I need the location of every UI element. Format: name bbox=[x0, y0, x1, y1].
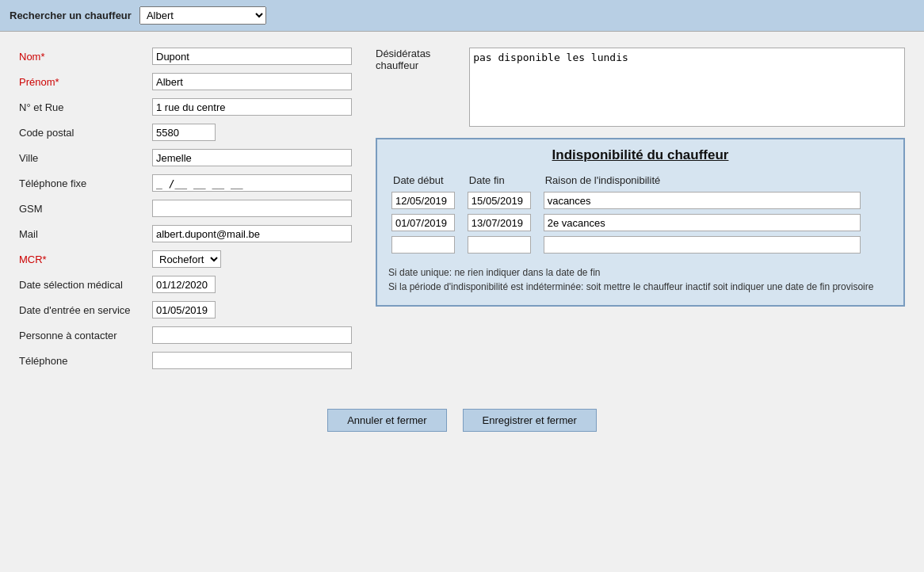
date-entree-input[interactable] bbox=[152, 301, 216, 318]
date-medical-label: Date sélection médical bbox=[19, 279, 146, 291]
nom-label: Nom* bbox=[19, 51, 146, 63]
note2: Si la période d'indisponibilité est indé… bbox=[388, 280, 892, 294]
indispo-title: Indisponibilité du chauffeur bbox=[388, 147, 892, 163]
date-medical-input[interactable] bbox=[152, 276, 216, 293]
personne-contact-label: Personne à contacter bbox=[19, 330, 146, 341]
indispo-box: Indisponibilité du chauffeur Date début … bbox=[376, 138, 905, 307]
prenom-row: Prénom* bbox=[19, 73, 352, 90]
ville-label: Ville bbox=[19, 152, 146, 164]
codepostal-row: Code postal bbox=[19, 124, 352, 141]
indispo-raison-input[interactable] bbox=[544, 192, 861, 209]
mail-input[interactable] bbox=[152, 225, 352, 242]
col-fin-header: Date fin bbox=[464, 171, 540, 189]
prenom-label: Prénom* bbox=[19, 76, 146, 88]
telephone-fixe-row: Téléphone fixe bbox=[19, 174, 352, 192]
indispo-table: Date début Date fin Raison de l'indispon… bbox=[388, 171, 892, 256]
ville-row: Ville bbox=[19, 149, 352, 166]
gsm-row: GSM bbox=[19, 200, 352, 217]
codepostal-label: Code postal bbox=[19, 127, 146, 139]
desideratas-section: Désidératas chauffeur bbox=[376, 48, 905, 127]
rue-input[interactable] bbox=[152, 98, 352, 116]
col-debut-header: Date début bbox=[388, 171, 464, 189]
mcr-row: MCR* RochefortAutre bbox=[19, 250, 352, 268]
ville-input[interactable] bbox=[152, 149, 352, 166]
indispo-raison-input[interactable] bbox=[544, 214, 861, 231]
table-row bbox=[388, 234, 892, 256]
personne-contact-row: Personne à contacter bbox=[19, 326, 352, 344]
date-entree-label: Date d'entrée en service bbox=[19, 304, 146, 316]
search-chauffeur-label: Rechercher un chauffeur bbox=[10, 10, 132, 21]
telephone-fixe-input[interactable] bbox=[152, 174, 352, 192]
desideratas-row: Désidératas chauffeur bbox=[376, 48, 905, 127]
annuler-button[interactable]: Annuler et fermer bbox=[327, 409, 446, 432]
note1: Si date unique: ne rien indiquer dans la… bbox=[388, 265, 892, 280]
table-row bbox=[388, 212, 892, 234]
nom-row: Nom* bbox=[19, 48, 352, 65]
top-search-bar: Rechercher un chauffeur Albert bbox=[0, 0, 924, 32]
telephone-label: Téléphone bbox=[19, 355, 146, 367]
telephone-input[interactable] bbox=[152, 352, 352, 369]
telephone-fixe-label: Téléphone fixe bbox=[19, 177, 146, 189]
prenom-input[interactable] bbox=[152, 73, 352, 90]
indispo-debut-input[interactable] bbox=[391, 214, 455, 231]
col-raison-header: Raison de l'indisponibilité bbox=[540, 171, 892, 189]
search-chauffeur-select[interactable]: Albert bbox=[139, 6, 266, 25]
left-panel: Nom* Prénom* N° et Rue Code postal Ville… bbox=[19, 48, 352, 377]
notes: Si date unique: ne rien indiquer dans la… bbox=[388, 265, 892, 294]
enregistrer-button[interactable]: Enregistrer et fermer bbox=[463, 409, 597, 432]
rue-label: N° et Rue bbox=[19, 101, 146, 113]
bottom-bar: Annuler et fermer Enregistrer et fermer bbox=[0, 393, 924, 448]
rue-row: N° et Rue bbox=[19, 98, 352, 116]
telephone-row: Téléphone bbox=[19, 352, 352, 369]
date-medical-row: Date sélection médical bbox=[19, 276, 352, 293]
nom-input[interactable] bbox=[152, 48, 352, 65]
indispo-fin-input[interactable] bbox=[468, 192, 531, 209]
indispo-fin-input[interactable] bbox=[468, 214, 531, 231]
mcr-label: MCR* bbox=[19, 254, 146, 265]
gsm-label: GSM bbox=[19, 203, 146, 215]
gsm-input[interactable] bbox=[152, 200, 352, 217]
table-row bbox=[388, 189, 892, 212]
indispo-debut-input[interactable] bbox=[391, 236, 455, 254]
date-entree-row: Date d'entrée en service bbox=[19, 301, 352, 318]
mail-row: Mail bbox=[19, 225, 352, 242]
desideratas-textarea[interactable] bbox=[469, 48, 905, 127]
indispo-debut-input[interactable] bbox=[391, 192, 455, 209]
mail-label: Mail bbox=[19, 228, 146, 240]
codepostal-input[interactable] bbox=[152, 124, 216, 141]
desideratas-label: Désidératas chauffeur bbox=[376, 48, 458, 71]
personne-contact-input[interactable] bbox=[152, 326, 352, 344]
right-panel: Désidératas chauffeur Indisponibilité du… bbox=[376, 48, 905, 377]
indispo-fin-input[interactable] bbox=[468, 236, 531, 254]
main-content: Nom* Prénom* N° et Rue Code postal Ville… bbox=[0, 32, 924, 393]
mcr-select[interactable]: RochefortAutre bbox=[152, 250, 221, 268]
indispo-raison-input[interactable] bbox=[544, 236, 861, 254]
